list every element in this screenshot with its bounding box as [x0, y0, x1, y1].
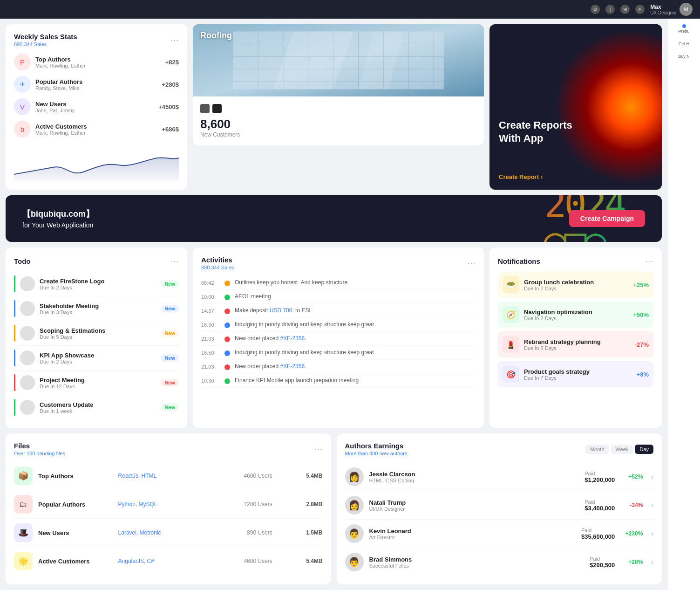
todo-due: Due In 3 Days [40, 309, 156, 315]
todo-name: KPI App Showcase [40, 352, 156, 359]
notif-value: +25% [633, 281, 649, 288]
panel-label: Buy N [678, 54, 690, 59]
author-paid-label: Paid [584, 499, 615, 505]
todo-due: Due In 12 Days [40, 384, 156, 389]
activity-text: Outlines keep you honest. And keep struc… [235, 279, 476, 286]
activity-time: 21:03 [201, 364, 220, 370]
arrow-icon: › [541, 173, 543, 180]
notif-info: Group lunch celebration Due In 2 Days [524, 279, 628, 291]
user-name: Max [650, 4, 677, 10]
activity-dot [224, 295, 230, 300]
author-avatar: 👩 [345, 467, 364, 486]
stat-value: +4500$ [158, 103, 179, 110]
todo-color-bar [14, 350, 15, 366]
notif-icon: 🧭 [503, 306, 519, 323]
panel-item-prebu[interactable]: Prebu [678, 24, 689, 34]
files-subtitle: Over 100 pending files [14, 451, 65, 456]
file-name: Top Authors [38, 473, 113, 480]
user-avatar[interactable]: M [680, 3, 693, 16]
period-button-week[interactable]: Week [611, 445, 633, 454]
author-paid-label: Paid [584, 471, 615, 476]
author-paid-value: $1,200,000 [584, 476, 615, 483]
activity-text: Make deposit USD 700. to ESL [235, 307, 476, 314]
activity-time: 21:03 [201, 336, 220, 342]
file-icon: 📦 [14, 467, 33, 485]
stat-info: Popular Authors Randy, Steve, Mike [35, 78, 157, 91]
notif-title: Navigation optimization [524, 309, 628, 316]
activity-time: 08:42 [201, 280, 220, 286]
files-card: Files Over 100 pending files ⋯ 📦 Top Aut… [6, 433, 331, 584]
stat-people: Randy, Steve, Mike [35, 85, 157, 91]
files-menu[interactable]: ⋯ [314, 444, 323, 454]
activity-dot [224, 309, 230, 314]
activity-text: AEOL meeting [235, 293, 476, 300]
author-arrow-icon[interactable]: › [651, 473, 653, 480]
author-role: HTML, CSS Coding [369, 478, 579, 483]
period-button-month[interactable]: Month [585, 445, 609, 454]
earnings-title: Authors Earnings [345, 442, 408, 450]
activities-menu[interactable]: ⋯ [467, 258, 476, 268]
activities-subtitle: 890,344 Sales [201, 265, 234, 270]
notifications-header: Notifications ⋯ [498, 256, 653, 266]
notifications-title: Notifications [498, 257, 540, 265]
earnings-header: Authors Earnings More than 400 new autho… [345, 442, 654, 456]
activity-text: Finance KPI Mobile app launch preparion … [235, 377, 476, 384]
panel-item-geth[interactable]: Get H [679, 41, 690, 47]
cust-icon-dark [200, 104, 210, 113]
activity-dot [224, 322, 230, 328]
activity-link[interactable]: USD 700. [270, 307, 294, 314]
create-report-link[interactable]: Create Report › [499, 173, 652, 180]
file-icon: 🌟 [14, 552, 33, 570]
stat-item: P Top Authors Mark, Rowling, Esther +82$ [14, 54, 179, 70]
stat-name: Active Customers [35, 123, 157, 130]
notif-title: Rebrand strategy planning [524, 338, 630, 345]
stat-item: V New Users John, Pat, Jimmy +4500$ [14, 98, 179, 115]
roofing-image: Roofing [193, 24, 484, 96]
author-item: 👨 Brad Simmons Successful Fellas Paid $2… [345, 548, 654, 576]
author-arrow-icon[interactable]: › [651, 530, 653, 537]
files-header: Files Over 100 pending files ⋯ [14, 442, 323, 456]
author-arrow-icon[interactable]: › [651, 501, 653, 509]
stat-item: ✈ Popular Authors Randy, Steve, Mike +28… [14, 76, 179, 93]
bar-icon[interactable]: | [605, 5, 615, 14]
user-role: UX Designer [650, 10, 677, 15]
weekly-sales-menu[interactable]: ⋯ [170, 35, 179, 45]
panel-item-buyn[interactable]: Buy N [678, 54, 690, 59]
row4: Files Over 100 pending files ⋯ 📦 Top Aut… [6, 433, 662, 584]
todo-avatar [20, 350, 35, 365]
authors-earnings-card: Authors Earnings More than 400 new autho… [337, 433, 662, 584]
create-campaign-button[interactable]: Create Campaign [569, 210, 645, 227]
author-change: +28% [620, 559, 643, 565]
author-name: Kevin Leonard [369, 528, 576, 535]
todo-info: Create FireStone Logo Due In 2 Days [40, 278, 156, 290]
activity-link[interactable]: #XF-2356. [280, 363, 306, 370]
search-icon[interactable]: ⚙ [591, 5, 600, 14]
author-arrow-icon[interactable]: › [651, 558, 653, 566]
row1: Weekly Sales Stats 890,344 Sales ⋯ P Top… [6, 24, 662, 190]
todo-color-bar [14, 325, 15, 342]
author-change: -34% [620, 502, 643, 508]
todo-info: Customers Update Due In 1 week [40, 401, 156, 414]
activity-item: 08:42 Outlines keep you honest. And keep… [201, 276, 476, 290]
todo-name: Create FireStone Logo [40, 278, 156, 285]
stat-people: John, Pat, Jimmy [35, 108, 154, 113]
todo-card: Todo ⋯ Create FireStone Logo Due In 2 Da… [6, 247, 187, 428]
todo-color-bar [14, 399, 15, 416]
activity-link[interactable]: #XF-2356. [280, 335, 306, 342]
todo-menu[interactable]: ⋯ [170, 256, 179, 266]
file-tags: Laravel, Metronic [118, 529, 208, 536]
file-users: 7200 Users [213, 501, 272, 508]
author-paid-block: Paid $35,600,000 [581, 528, 615, 540]
period-button-day[interactable]: Day [635, 445, 653, 454]
todo-info: KPI App Showcase Due In 2 Days [40, 352, 156, 364]
notif-icon: 🥗 [503, 276, 519, 293]
activity-time: 16:50 [201, 350, 220, 356]
author-item: 👩 Jessie Clarcson HTML, CSS Coding Paid … [345, 463, 654, 491]
todo-due: Due In 1 week [40, 408, 156, 414]
notifications-menu[interactable]: ⋯ [645, 256, 653, 266]
grid-icon[interactable]: ⊞ [620, 5, 630, 14]
todo-item: KPI App Showcase Due In 2 Days New [14, 346, 179, 370]
activity-item: 10:00 AEOL meeting [201, 290, 476, 304]
file-users: 4600 Users [213, 558, 272, 564]
theme-icon[interactable]: ☀ [635, 5, 645, 14]
